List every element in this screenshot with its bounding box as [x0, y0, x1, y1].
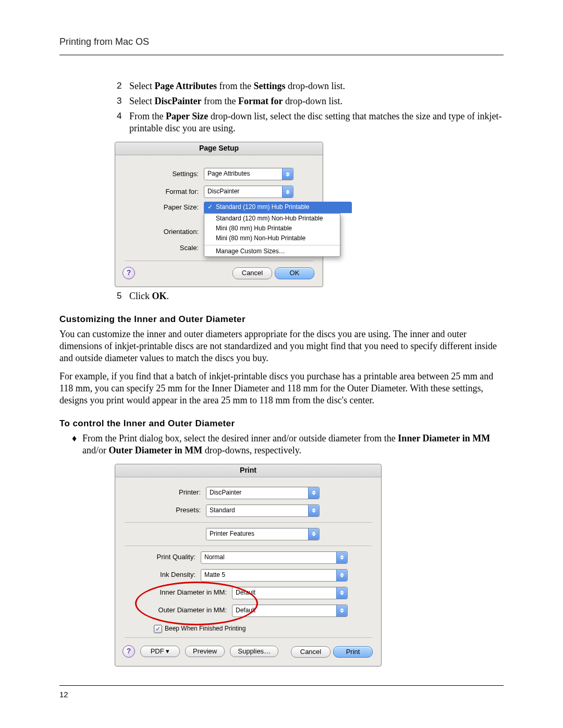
cancel-button[interactable]: Cancel: [232, 267, 272, 279]
inner-diameter-label: Inner Diameter in MM:: [143, 588, 232, 597]
print-quality-label: Print Quality:: [143, 553, 201, 562]
print-quality-select[interactable]: Normal: [201, 551, 348, 564]
beep-checkbox[interactable]: ✓ Beep When Finished Printing: [154, 625, 246, 633]
body-paragraph: For example, if you find that a batch of…: [59, 371, 504, 406]
paper-size-label: Paper Size:: [120, 203, 204, 212]
bullet-item: ♦ From the Print dialog box, select the …: [72, 433, 504, 456]
select-arrows-icon: [282, 168, 293, 180]
page-footer: 12: [59, 685, 504, 699]
select-arrows-icon: [308, 505, 319, 516]
step-4: 4 From the Paper Size drop-down list, se…: [117, 110, 504, 134]
paper-size-option[interactable]: Standard (120 mm) Non-Hub Printable: [204, 214, 340, 224]
inner-diameter-select[interactable]: Default: [232, 587, 348, 599]
page-number: 12: [59, 690, 68, 699]
select-arrows-icon: [336, 552, 347, 563]
beep-label: Beep When Finished Printing: [165, 625, 246, 633]
help-button[interactable]: ?: [123, 267, 135, 279]
help-button[interactable]: ?: [123, 645, 135, 658]
step-5: 5 Click OK.: [117, 290, 504, 302]
instruction-list-2: 5 Click OK.: [117, 290, 504, 302]
print-button[interactable]: Print: [333, 646, 373, 658]
preview-button[interactable]: Preview: [185, 646, 225, 658]
ok-button[interactable]: OK: [275, 267, 314, 279]
step-3: 3 Select DiscPainter from the Format for…: [117, 95, 504, 107]
presets-select[interactable]: Standard: [206, 504, 320, 517]
select-arrows-icon: [308, 487, 319, 499]
settings-select[interactable]: Page Attributes: [204, 168, 293, 180]
supplies-button[interactable]: Supplies…: [230, 646, 278, 658]
dialog-title: Print: [115, 464, 381, 477]
format-for-select[interactable]: DiscPainter: [204, 186, 293, 198]
section-heading-customizing: Customizing the Inner and Outer Diameter: [59, 314, 504, 325]
paper-size-option[interactable]: Mini (80 mm) Non-Hub Printable: [204, 233, 340, 243]
body-paragraph: You can customize the inner and outer di…: [59, 328, 504, 364]
select-arrows-icon: [336, 570, 347, 581]
instruction-list: 2 Select Page Attributes from the Settin…: [117, 80, 504, 134]
diamond-bullet-icon: ♦: [72, 433, 82, 456]
page-header: Printing from Mac OS: [59, 36, 504, 55]
step-number: 4: [117, 110, 129, 134]
format-for-label: Format for:: [120, 188, 204, 196]
outer-diameter-select[interactable]: Default: [232, 604, 348, 617]
paper-size-option-manage[interactable]: Manage Custom Sizes…: [204, 246, 340, 256]
printer-features-select[interactable]: Printer Features: [206, 528, 320, 540]
checkmark-icon: ✓: [154, 625, 162, 633]
page-content: 2 Select Page Attributes from the Settin…: [59, 55, 504, 667]
paper-size-dropdown[interactable]: Standard (120 mm) Non-Hub Printable Mini…: [204, 213, 340, 257]
pdf-button[interactable]: PDF ▾: [140, 646, 180, 658]
select-arrows-icon: [308, 528, 319, 540]
dialog-title: Page Setup: [115, 142, 323, 155]
ink-density-select[interactable]: Matte 5: [201, 569, 348, 582]
step-number: 3: [117, 95, 129, 107]
paper-size-selected-option[interactable]: Standard (120 mm) Hub Printable: [204, 202, 352, 213]
paper-size-option[interactable]: Mini (80 mm) Hub Printable: [204, 224, 340, 233]
scale-label: Scale:: [120, 244, 204, 253]
step-number: 2: [117, 80, 129, 92]
section-heading-control: To control the Inner and Outer Diameter: [59, 418, 504, 429]
step-number: 5: [117, 290, 129, 302]
presets-label: Presets:: [128, 506, 206, 515]
step-2: 2 Select Page Attributes from the Settin…: [117, 80, 504, 92]
printer-select[interactable]: DiscPainter: [206, 487, 320, 499]
select-arrows-icon: [336, 587, 347, 599]
page-setup-dialog: Page Setup Settings: Page Attributes For…: [115, 142, 323, 287]
ink-density-label: Ink Density:: [143, 571, 201, 579]
cancel-button[interactable]: Cancel: [291, 646, 331, 658]
select-arrows-icon: [282, 186, 293, 198]
printer-label: Printer:: [128, 488, 206, 497]
orientation-label: Orientation:: [120, 228, 204, 237]
select-arrows-icon: [336, 605, 347, 616]
outer-diameter-label: Outer Diameter in MM:: [143, 606, 232, 615]
print-dialog: Print Printer: DiscPainter Presets: Stan…: [115, 464, 382, 667]
settings-label: Settings:: [120, 170, 204, 179]
